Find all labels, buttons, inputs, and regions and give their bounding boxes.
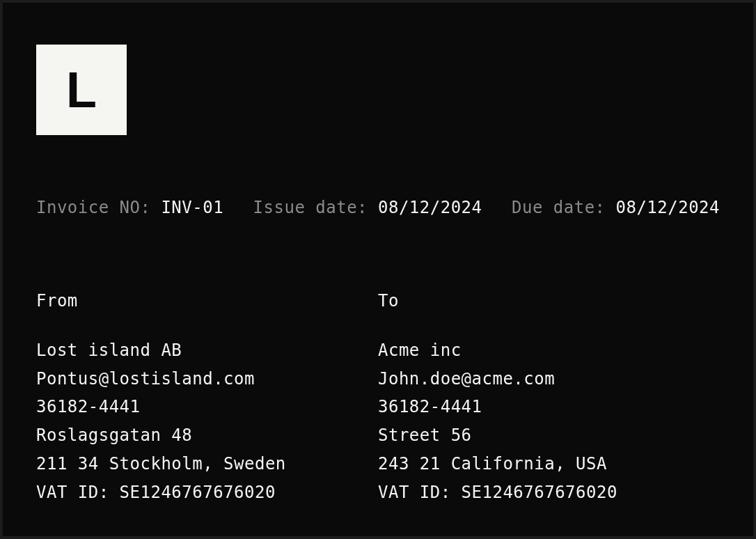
from-street: Roslagsgatan 48	[36, 421, 378, 450]
to-email: John.doe@acme.com	[378, 365, 720, 393]
invoice-meta-row: Invoice NO: INV-01 Issue date: 08/12/202…	[36, 198, 720, 217]
issue-date: Issue date: 08/12/2024	[253, 198, 482, 217]
due-date-value: 08/12/2024	[615, 198, 720, 217]
invoice-page: L Invoice NO: INV-01 Issue date: 08/12/2…	[3, 3, 753, 539]
from-email: Pontus@lostisland.com	[36, 365, 378, 393]
from-name: Lost island AB	[36, 336, 378, 365]
logo-letter-icon: L	[66, 65, 97, 115]
to-name: Acme inc	[378, 336, 720, 365]
from-city: 211 34 Stockholm, Sweden	[36, 450, 378, 478]
due-date-label: Due date:	[512, 198, 606, 217]
from-phone: 36182-4441	[36, 393, 378, 421]
due-date: Due date: 08/12/2024	[512, 198, 720, 217]
to-heading: To	[378, 287, 720, 315]
issue-date-value: 08/12/2024	[378, 198, 482, 217]
invoice-number: Invoice NO: INV-01	[36, 198, 223, 217]
to-phone: 36182-4441	[378, 393, 720, 421]
invoice-number-value: INV-01	[161, 198, 223, 217]
from-block: From Lost island AB Pontus@lostisland.co…	[36, 287, 378, 507]
to-city: 243 21 California, USA	[378, 450, 720, 478]
issue-date-label: Issue date:	[253, 198, 368, 217]
from-vat: VAT ID: SE1246767676020	[36, 478, 378, 507]
to-block: To Acme inc John.doe@acme.com 36182-4441…	[378, 287, 720, 507]
to-vat: VAT ID: SE1246767676020	[378, 478, 720, 507]
company-logo: L	[36, 45, 127, 135]
invoice-number-label: Invoice NO:	[36, 198, 150, 217]
address-section: From Lost island AB Pontus@lostisland.co…	[36, 287, 720, 507]
to-street: Street 56	[378, 421, 720, 450]
from-heading: From	[36, 287, 378, 315]
